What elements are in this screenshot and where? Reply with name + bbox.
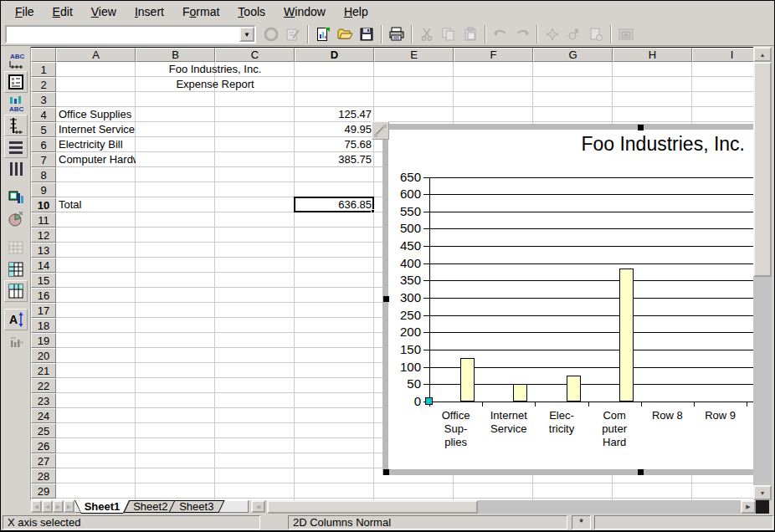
row-header-19[interactable]: 19 — [31, 333, 56, 348]
active-cell-selection[interactable] — [294, 197, 374, 212]
cell-B2[interactable]: Expense Report — [136, 77, 295, 92]
column-header-C[interactable]: C — [215, 48, 295, 62]
vertical-scrollbar[interactable]: ▲ ▼ — [753, 47, 772, 500]
scroll-down-button[interactable]: ▼ — [753, 485, 772, 500]
cell-B1[interactable]: Foo Industries, Inc. — [136, 62, 295, 77]
row-header-16[interactable]: 16 — [31, 288, 56, 303]
menu-help[interactable]: Help — [335, 3, 377, 21]
chart-handle-bottom-center[interactable] — [638, 469, 644, 475]
open-icon[interactable] — [335, 24, 355, 44]
vertical-grid-icon[interactable] — [4, 158, 28, 180]
chart-title-icon[interactable]: ABC — [4, 93, 28, 115]
chart-type-icon[interactable] — [4, 187, 28, 208]
menu-window[interactable]: Window — [275, 3, 335, 21]
cell-A4[interactable]: Office Supplies — [56, 107, 136, 122]
menu-edit[interactable]: Edit — [44, 3, 82, 21]
cell-A6[interactable]: Electricity Bill — [56, 137, 136, 152]
last-sheet-button[interactable]: ▶ — [64, 500, 74, 513]
row-header-27[interactable]: 27 — [31, 453, 56, 468]
next-sheet-button[interactable]: ▶ — [53, 500, 64, 513]
row-header-28[interactable]: 28 — [31, 468, 56, 483]
cell-D7[interactable]: 385.75 — [295, 152, 374, 167]
cell-D6[interactable]: 75.68 — [295, 137, 374, 152]
combo-dropdown-icon[interactable]: ▼ — [239, 27, 254, 42]
row-header-13[interactable]: 13 — [31, 243, 56, 258]
print-icon[interactable] — [387, 24, 407, 44]
y-axis-icon[interactable] — [4, 115, 28, 136]
bar-3[interactable] — [567, 376, 581, 402]
row-header-6[interactable]: 6 — [31, 137, 56, 152]
axis-labels-icon[interactable]: ABC — [4, 49, 28, 71]
column-header-G[interactable]: G — [533, 48, 613, 62]
row-header-20[interactable]: 20 — [31, 348, 56, 363]
row-header-18[interactable]: 18 — [31, 318, 56, 333]
tab-sheet2[interactable]: Sheet2 — [126, 500, 175, 513]
row-header-12[interactable]: 12 — [31, 228, 56, 243]
cell-D4[interactable]: 125.47 — [295, 107, 374, 122]
row-header-29[interactable]: 29 — [31, 483, 56, 499]
row-header-5[interactable]: 5 — [31, 122, 56, 137]
vertical-scroll-thumb[interactable] — [753, 62, 772, 277]
data-rows-icon[interactable] — [4, 258, 28, 280]
grid-corner[interactable] — [31, 48, 56, 62]
row-header-4[interactable]: 4 — [31, 107, 56, 122]
row-header-3[interactable]: 3 — [31, 92, 56, 107]
tab-sheet3[interactable]: Sheet3 — [172, 500, 222, 513]
row-header-22[interactable]: 22 — [31, 378, 56, 393]
scroll-right-button[interactable]: ▶ — [741, 500, 756, 514]
x-axis-line[interactable] — [429, 402, 753, 402]
cell-A10[interactable]: Total — [56, 197, 136, 212]
menu-file[interactable]: File — [6, 3, 44, 21]
bar-4[interactable] — [619, 269, 634, 402]
cell-A7[interactable]: Computer Hardware — [56, 152, 136, 167]
tab-sheet1[interactable]: Sheet1 — [74, 500, 130, 514]
column-header-B[interactable]: B — [136, 48, 215, 62]
save-icon[interactable] — [357, 24, 377, 44]
row-header-23[interactable]: 23 — [31, 393, 56, 408]
prev-sheet-button[interactable]: ◀ — [42, 500, 53, 513]
horizontal-grid-icon[interactable] — [4, 136, 28, 158]
chart-object[interactable]: Foo Industries, Inc.05010015020025030035… — [382, 124, 753, 475]
formula-combo-input[interactable] — [7, 27, 239, 42]
bar-1[interactable] — [460, 358, 475, 402]
legend-icon[interactable] — [4, 71, 28, 93]
font-size-icon[interactable]: A — [4, 309, 28, 330]
column-header-F[interactable]: F — [454, 48, 533, 62]
column-header-H[interactable]: H — [613, 48, 692, 62]
new-icon[interactable] — [313, 24, 333, 44]
row-header-14[interactable]: 14 — [31, 258, 56, 273]
row-header-24[interactable]: 24 — [31, 408, 56, 423]
pie-icon[interactable] — [4, 208, 28, 230]
formula-combo[interactable]: ▼ — [5, 25, 256, 43]
row-header-17[interactable]: 17 — [31, 303, 56, 318]
column-header-D[interactable]: D — [295, 48, 374, 62]
row-header-21[interactable]: 21 — [31, 363, 56, 378]
row-header-26[interactable]: 26 — [31, 438, 56, 453]
row-header-25[interactable]: 25 — [31, 423, 56, 438]
column-header-I[interactable]: I — [692, 48, 753, 62]
scroll-up-button[interactable]: ▲ — [753, 47, 772, 62]
menu-format[interactable]: Format — [173, 3, 228, 21]
row-header-15[interactable]: 15 — [31, 273, 56, 288]
row-header-9[interactable]: 9 — [31, 182, 56, 197]
row-header-8[interactable]: 8 — [31, 167, 56, 182]
axis-selection-marker[interactable] — [425, 397, 433, 405]
first-sheet-button[interactable]: ◀ — [31, 500, 42, 513]
object-anchor-icon[interactable] — [372, 121, 389, 140]
tab-scroll-left-button[interactable]: ◀ — [251, 500, 265, 513]
row-header-2[interactable]: 2 — [31, 77, 56, 92]
horizontal-scroll-thumb[interactable] — [267, 500, 478, 514]
menu-view[interactable]: View — [82, 3, 126, 21]
cell-A5[interactable]: Internet Service — [56, 122, 136, 137]
row-header-1[interactable]: 1 — [31, 62, 56, 77]
spreadsheet-area[interactable]: ABCDEFGHI1234567891011121314151617181920… — [31, 47, 753, 500]
chart-handle-top-center[interactable] — [638, 125, 644, 130]
row-header-11[interactable]: 11 — [31, 212, 56, 228]
fill-handle[interactable] — [371, 209, 375, 213]
chart-frame-top[interactable] — [382, 124, 753, 130]
column-header-E[interactable]: E — [374, 48, 454, 62]
column-header-A[interactable]: A — [56, 48, 136, 62]
row-header-7[interactable]: 7 — [31, 152, 56, 167]
row-header-10[interactable]: 10 — [31, 197, 56, 212]
menu-tools[interactable]: Tools — [228, 3, 275, 21]
